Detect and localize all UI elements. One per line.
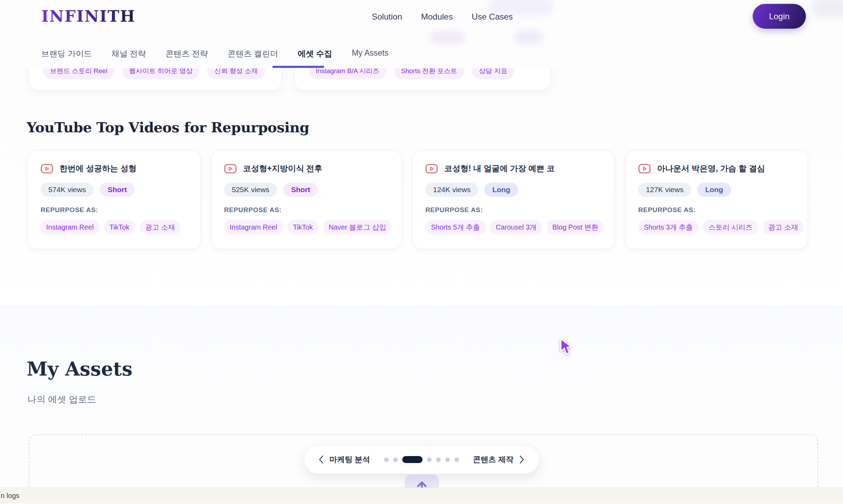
youtube-icon	[224, 164, 237, 174]
carousel-dot-active[interactable]	[402, 456, 423, 463]
brand-logo[interactable]: INFINITH	[41, 7, 135, 26]
blurred-content-ghost	[811, 0, 843, 18]
repurpose-tag-chip: 광고 소재	[140, 220, 181, 234]
repurpose-tag-chip: TikTok	[287, 220, 319, 234]
carousel-dot[interactable]	[445, 457, 450, 462]
assets-section-title: My Assets	[27, 358, 132, 380]
repurpose-tags: Shorts 5개 추출Carousel 3개Blog Post 변환	[425, 220, 602, 234]
nav-item[interactable]: Use Cases	[472, 12, 513, 22]
tab-1[interactable]: 브랜딩 가이드	[41, 48, 92, 59]
repurpose-label: REPURPOSE AS:	[638, 206, 795, 214]
views-badge: 525K views	[224, 183, 277, 197]
site-header: INFINITH SolutionModulesUse Cases Login …	[0, 0, 843, 68]
tab-5[interactable]: 에셋 수집	[298, 48, 332, 59]
youtube-icon	[638, 164, 651, 174]
blurred-content-ghost	[430, 31, 465, 45]
carousel-next-label[interactable]: 콘텐츠 제작	[473, 454, 514, 465]
format-badge: Short	[100, 183, 134, 197]
carousel-dots	[384, 456, 459, 463]
video-card-list: 한번에 성공하는 성형 574K views Short REPURPOSE A…	[28, 150, 808, 249]
carousel-prev-label[interactable]: 마케팅 분석	[329, 454, 370, 465]
status-bar-text: n logs	[1, 492, 19, 500]
blurred-content-ghost	[514, 30, 543, 44]
format-badge: Short	[283, 183, 318, 197]
video-card[interactable]: 한번에 성공하는 성형 574K views Short REPURPOSE A…	[28, 150, 201, 249]
repurpose-tag-chip: Instagram Reel	[41, 220, 99, 234]
carousel-dot[interactable]	[436, 457, 441, 462]
youtube-icon	[425, 164, 438, 174]
assets-section-subtitle: 나의 에셋 업로드	[27, 393, 96, 406]
video-card[interactable]: 코성형+지방이식 전후 525K views Short REPURPOSE A…	[211, 150, 402, 249]
video-title: 코성형! 내 얼굴에 가장 예쁜 코	[444, 163, 555, 174]
tab-2[interactable]: 채널 전략	[111, 48, 146, 59]
chevron-left-icon[interactable]	[314, 453, 328, 467]
tab-3[interactable]: 콘텐츠 전략	[166, 48, 208, 59]
carousel-dot[interactable]	[393, 457, 398, 462]
repurpose-label: REPURPOSE AS:	[41, 206, 188, 214]
repurpose-tag-chip: Shorts 5개 추출	[425, 220, 486, 234]
carousel-dot[interactable]	[454, 457, 459, 462]
carousel-dot[interactable]	[384, 457, 389, 462]
repurpose-tag-chip: Carousel 3개	[490, 220, 542, 234]
repurpose-tag-chip: 광고 소재	[763, 220, 804, 234]
section-divider	[0, 307, 843, 307]
chevron-right-icon[interactable]	[515, 453, 529, 467]
views-badge: 127K views	[638, 183, 691, 197]
repurpose-tag-chip: Instagram Reel	[224, 220, 283, 234]
nav-item[interactable]: Solution	[372, 12, 402, 22]
carousel-dot[interactable]	[427, 457, 432, 462]
tab-6[interactable]: My Assets	[352, 48, 389, 59]
module-carousel: 마케팅 분석 콘텐츠 제작	[304, 445, 539, 474]
mouse-cursor	[559, 338, 573, 357]
views-badge: 124K views	[425, 183, 478, 197]
page: 브랜드 스토리 Reel웹사이트 히어로 영상신뢰 형성 소재 Instagra…	[0, 0, 843, 504]
repurpose-tag-chip: TikTok	[104, 220, 135, 234]
tab-bar: 브랜딩 가이드채널 전략콘텐츠 전략콘텐츠 캘린더에셋 수집My Assets	[41, 48, 389, 59]
repurpose-tag-chip: Blog Post 변환	[547, 220, 604, 234]
login-button[interactable]: Login	[753, 4, 806, 29]
repurpose-label: REPURPOSE AS:	[224, 206, 389, 214]
repurpose-tags: Instagram ReelTikTokNaver 블로그 삽입	[224, 220, 389, 234]
video-card[interactable]: 코성형! 내 얼굴에 가장 예쁜 코 124K views Long REPUR…	[412, 150, 615, 249]
repurpose-tag-chip: 스토리 시리즈	[703, 220, 758, 234]
youtube-icon	[41, 164, 53, 174]
repurpose-tags: Shorts 3개 추출스토리 시리즈광고 소재	[638, 220, 795, 234]
tab-4[interactable]: 콘텐츠 캘린더	[228, 48, 278, 59]
status-bar: n logs	[0, 488, 843, 504]
video-title: 한번에 성공하는 성형	[60, 163, 137, 174]
video-title: 코성형+지방이식 전후	[243, 163, 322, 174]
video-card[interactable]: 아나운서 박은영, 가슴 할 결심 127K views Long REPURP…	[625, 150, 808, 249]
nav-item[interactable]: Modules	[421, 12, 453, 22]
repurpose-label: REPURPOSE AS:	[425, 206, 602, 214]
main-nav: SolutionModulesUse Cases	[372, 12, 513, 22]
repurpose-tag-chip: Naver 블로그 삽입	[323, 220, 392, 234]
views-badge: 574K views	[41, 183, 93, 197]
repurpose-tag-chip: Shorts 3개 추출	[638, 220, 698, 234]
repurpose-tags: Instagram ReelTikTok광고 소재	[41, 220, 188, 234]
format-badge: Long	[485, 183, 518, 197]
videos-section-title: YouTube Top Videos for Repurposing	[27, 119, 309, 135]
format-badge: Long	[697, 183, 731, 197]
active-tab-underline	[272, 66, 324, 68]
video-title: 아나운서 박은영, 가슴 할 결심	[657, 163, 765, 174]
